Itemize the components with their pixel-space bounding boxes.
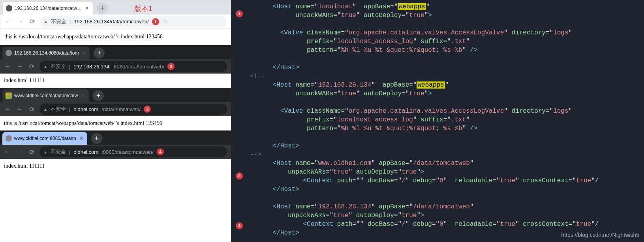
forward-icon[interactable]: → xyxy=(16,18,24,26)
new-tab-button[interactable]: + xyxy=(91,133,102,144)
code-annotation-badge: 3 xyxy=(236,222,243,229)
back-icon[interactable]: ← xyxy=(4,18,12,26)
favicon-icon xyxy=(6,50,12,56)
code-line[interactable]: unpackWARs="true" autoDeploy="true"> xyxy=(250,211,642,220)
bookmark-star-icon[interactable]: ☆ xyxy=(162,18,168,25)
back-icon[interactable]: ← xyxy=(4,62,12,70)
code-annotation-badge: 1 xyxy=(236,10,243,17)
url-path: :8080/data/tomcatweb/ xyxy=(113,64,165,70)
code-line[interactable]: <Host name="192.168.26.134" appBase="web… xyxy=(250,81,642,89)
url-input[interactable]: ▲不安全|192.168.26.134/data/tomcatweb/1☆ xyxy=(40,16,227,27)
tab-title: 192.168.26.134/data/tomcatw… xyxy=(15,6,82,11)
code-line[interactable]: unpackWARs="true" autoDeploy="true"> xyxy=(250,89,642,98)
code-annotation-badge: 2 xyxy=(236,172,243,180)
address-bar: ←→⟳▲不安全|192.168.26.134:8080/data/tomcatw… xyxy=(0,59,231,74)
code-line[interactable]: <Host name="192.168.26.134" appBase="/da… xyxy=(250,202,642,211)
forward-icon[interactable]: → xyxy=(16,148,24,156)
favicon-icon xyxy=(6,135,12,142)
new-tab-button[interactable]: + xyxy=(97,3,108,14)
url-host: oldhei.com xyxy=(73,106,98,112)
reload-icon[interactable]: ⟳ xyxy=(28,18,36,26)
url-input[interactable]: ▲不安全|192.168.26.134:8080/data/tomcatweb/… xyxy=(39,61,227,72)
tab-title: www.oldhei.com/data/tomcatw xyxy=(14,93,78,98)
warning-triangle-icon: ▲ xyxy=(43,107,47,112)
code-line[interactable]: <Host name="www.oldhei.com" appBase="/da… xyxy=(250,159,642,168)
reload-icon[interactable]: ⟳ xyxy=(28,148,36,156)
browser-window: 192.168.26.134/data/tomcatw…✕+←→⟳▲不安全|19… xyxy=(0,0,231,45)
code-line[interactable] xyxy=(250,133,642,142)
code-line[interactable]: prefix="localhost_access_log" suffix=".t… xyxy=(250,115,642,124)
code-line[interactable]: <Valve className="org.apache.catalina.va… xyxy=(250,28,642,37)
address-bar: ←→⟳▲不安全|oldhei.com/data/tomcatweb/3 xyxy=(0,102,231,116)
left-browser-stack: 版本1 192.168.26.134/data/tomcatw…✕+←→⟳▲不安… xyxy=(0,0,231,242)
browser-window: www.oldhei.com/data/tomcatw✕+←→⟳▲不安全|old… xyxy=(0,88,231,130)
code-area[interactable]: <Host name="localhost" appBase="webapps"… xyxy=(248,0,644,242)
tab-bar: www.oldhei.com/data/tomcatw✕+ xyxy=(0,88,231,102)
annotation-badge: 1 xyxy=(152,18,159,25)
address-bar: ←→⟳▲不安全|oldhei.com:8080/data/tomcatweb/4 xyxy=(0,145,231,159)
tab-bar: 192.168.26.134/data/tomcatw…✕+ xyxy=(0,0,231,15)
url-host: 192.168.26.134 xyxy=(73,64,109,70)
separator: | xyxy=(69,106,70,112)
code-line[interactable]: <Valve className="org.apache.catalina.va… xyxy=(250,107,642,115)
browser-window: 192.168.26.134:8080/data/tom✕+←→⟳▲不安全|19… xyxy=(0,45,231,88)
code-line[interactable] xyxy=(250,55,642,63)
code-line[interactable]: unpackWARs="true" autoDeploy="true"> xyxy=(250,168,642,176)
separator: | xyxy=(69,149,70,155)
code-line[interactable]: prefix="localhost_access_log" suffix=".t… xyxy=(250,37,642,46)
url-text: 192.168.26.134/data/tomcatweb/ xyxy=(74,19,148,25)
forward-icon[interactable]: → xyxy=(16,105,24,113)
new-tab-button[interactable]: + xyxy=(93,90,104,101)
code-line[interactable]: unpackWARs="true" autoDeploy="true"> xyxy=(250,11,642,20)
back-icon[interactable]: ← xyxy=(4,105,12,113)
new-tab-button[interactable]: + xyxy=(94,47,105,59)
code-line[interactable] xyxy=(250,20,642,28)
code-gutter: 123 xyxy=(231,0,248,242)
browser-tab[interactable]: www.oldhei.com/data/tomcatw✕ xyxy=(2,89,89,102)
close-icon[interactable]: ✕ xyxy=(80,93,86,98)
close-icon[interactable]: ✕ xyxy=(81,50,86,56)
browser-tab[interactable]: www.oldhei.com:8080/data/to✕ xyxy=(2,132,87,145)
favicon-icon xyxy=(6,93,12,99)
annotation-badge: 3 xyxy=(144,106,151,113)
forward-icon[interactable]: → xyxy=(16,62,24,70)
code-line[interactable]: pattern="%h %l %u %t &quot;%r&quot; %s %… xyxy=(250,124,642,133)
separator: | xyxy=(69,64,70,70)
browser-tab[interactable]: 192.168.26.134:8080/data/tom✕ xyxy=(2,47,90,59)
reload-icon[interactable]: ⟳ xyxy=(28,105,36,113)
tab-bar: 192.168.26.134:8080/data/tom✕+ xyxy=(0,45,231,59)
code-line[interactable]: pattern="%h %l %u %t &quot;%r&quot; %s %… xyxy=(250,46,642,55)
browser-tab[interactable]: 192.168.26.134/data/tomcatw…✕ xyxy=(3,2,93,15)
code-line[interactable]: </Host> xyxy=(250,63,642,72)
code-line[interactable]: <Context path="" docBase="/" debug="0" r… xyxy=(250,220,642,229)
code-line[interactable]: </Host> xyxy=(250,142,642,150)
insecure-label: 不安全 xyxy=(51,18,66,25)
page-body: this is /usr/local/tomcat/webapps/data/t… xyxy=(0,29,231,45)
close-icon[interactable]: ✕ xyxy=(84,6,90,11)
page-body: index.html 111111 xyxy=(0,74,231,88)
code-line[interactable]: <!-- xyxy=(250,72,642,81)
code-line[interactable] xyxy=(250,98,642,107)
warning-triangle-icon: ▲ xyxy=(44,19,48,24)
url-input[interactable]: ▲不安全|oldhei.com/data/tomcatweb/3 xyxy=(39,104,227,115)
insecure-label: 不安全 xyxy=(51,63,66,70)
watermark-text: https://blog.csdn.net/Nightwish5 xyxy=(561,232,639,238)
code-line[interactable]: --> xyxy=(250,150,642,159)
code-line[interactable]: <Host name="localhost" appBase="webapps" xyxy=(250,2,642,11)
url-input[interactable]: ▲不安全|oldhei.com:8080/data/tomcatweb/4 xyxy=(39,146,227,157)
version-label: 版本1 xyxy=(134,4,152,13)
close-icon[interactable]: ✕ xyxy=(79,136,84,141)
browser-window: www.oldhei.com:8080/data/to✕+←→⟳▲不安全|old… xyxy=(0,130,231,173)
page-body: this is /usr/local/tomcat/webapps/data/t… xyxy=(0,116,231,130)
code-line[interactable]: <Context path="" docBase="/" debug="0" r… xyxy=(250,176,642,185)
code-line[interactable]: </Host> xyxy=(250,185,642,194)
back-icon[interactable]: ← xyxy=(4,148,12,156)
url-path: :8080/data/tomcatweb/ xyxy=(101,149,154,155)
insecure-label: 不安全 xyxy=(51,148,66,155)
tab-title: www.oldhei.com:8080/data/to xyxy=(14,136,76,141)
code-editor[interactable]: 123 <Host name="localhost" appBase="weba… xyxy=(231,0,644,242)
warning-triangle-icon: ▲ xyxy=(43,150,47,154)
code-line[interactable] xyxy=(250,194,642,202)
reload-icon[interactable]: ⟳ xyxy=(28,62,36,70)
address-bar: ←→⟳▲不安全|192.168.26.134/data/tomcatweb/1☆ xyxy=(0,15,231,29)
